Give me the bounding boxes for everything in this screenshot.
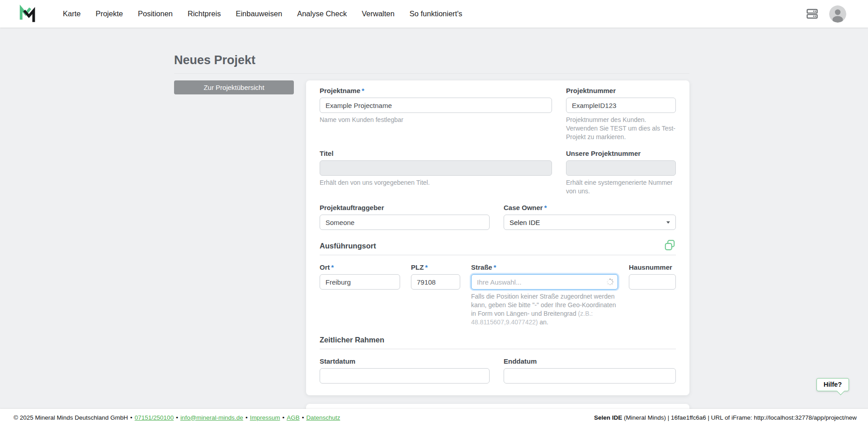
field-startdatum: Startdatum bbox=[320, 357, 490, 384]
projektnummer-label: Projektnummer bbox=[566, 87, 676, 94]
projektname-input[interactable] bbox=[320, 98, 552, 113]
required-asterisk: * bbox=[425, 263, 428, 271]
mineral-minds-logo[interactable] bbox=[18, 4, 37, 24]
plz-label: PLZ* bbox=[411, 263, 460, 271]
projektname-helper: Name vom Kunden festlegbar bbox=[320, 116, 552, 124]
nav-item-analyse-check[interactable]: Analyse Check bbox=[297, 9, 347, 18]
ort-input[interactable] bbox=[320, 274, 400, 290]
field-ort: Ort* bbox=[320, 263, 400, 327]
copy-address-button[interactable] bbox=[664, 239, 676, 251]
required-asterisk: * bbox=[544, 204, 547, 211]
page-body: Neues Projekt Zur Projektübersicht Proje… bbox=[0, 28, 868, 409]
user-avatar[interactable] bbox=[829, 5, 846, 23]
field-unsere-projektnummer: Unsere Projektnummer Erhält eine systemg… bbox=[566, 150, 676, 196]
help-button[interactable]: Hilfe? bbox=[816, 378, 849, 391]
strasse-helper: Falls die Position keiner Straße zugeord… bbox=[471, 292, 618, 327]
case-owner-selected-value: Selen IDE bbox=[509, 219, 540, 226]
footer-datenschutz-link[interactable]: Datenschutz bbox=[306, 414, 340, 421]
top-navigation-bar: Karte Projekte Positionen Richtpreis Ein… bbox=[0, 0, 868, 28]
main-menu: Karte Projekte Positionen Richtpreis Ein… bbox=[63, 9, 462, 18]
section-ausfuehrungsort: Ausführungsort bbox=[320, 239, 676, 255]
startdatum-label: Startdatum bbox=[320, 357, 490, 365]
footer-phone-link[interactable]: 07151/250100 bbox=[135, 414, 174, 421]
server-icon[interactable] bbox=[806, 8, 818, 20]
projektauftraggeber-input[interactable] bbox=[320, 215, 490, 230]
section-zeitlicher-rahmen-title: Zeitlicher Rahmen bbox=[320, 336, 384, 344]
hausnummer-label: Hausnummer bbox=[629, 263, 676, 271]
strasse-label: Straße* bbox=[471, 263, 618, 271]
case-owner-select[interactable]: Selen IDE bbox=[504, 215, 676, 230]
section-ausfuehrungsort-title: Ausführungsort bbox=[320, 242, 376, 250]
titel-label: Titel bbox=[320, 150, 552, 157]
footer-email-link[interactable]: info@mineral-minds.de bbox=[180, 414, 243, 421]
logo-mark-icon bbox=[18, 4, 37, 24]
footer-left: © 2025 Mineral Minds Deutschland GmbH071… bbox=[14, 414, 340, 421]
copy-icon bbox=[664, 239, 676, 251]
field-enddatum: Enddatum bbox=[504, 357, 676, 384]
page-title: Neues Projekt bbox=[174, 53, 689, 74]
hausnummer-input[interactable] bbox=[629, 274, 676, 290]
enddatum-label: Enddatum bbox=[504, 357, 676, 365]
footer-impressum-link[interactable]: Impressum bbox=[250, 414, 280, 421]
plz-input[interactable] bbox=[411, 274, 460, 290]
field-projektname: Projektname* Name vom Kunden festlegbar bbox=[320, 87, 552, 141]
field-hausnummer: Hausnummer bbox=[629, 263, 676, 327]
startdatum-input[interactable] bbox=[320, 368, 490, 384]
footer-status-text: Selen IDE (Mineral Minds) | 16fae1ffc6a6… bbox=[594, 414, 857, 421]
unsere-projektnummer-label: Unsere Projektnummer bbox=[566, 150, 676, 157]
required-asterisk: * bbox=[362, 87, 364, 94]
field-case-owner: Case Owner* Selen IDE bbox=[504, 204, 676, 230]
nav-item-einbauweisen[interactable]: Einbauweisen bbox=[236, 9, 282, 18]
titel-input bbox=[320, 160, 552, 176]
strasse-input[interactable] bbox=[471, 274, 618, 290]
unsere-projektnummer-helper: Erhält eine systemgenerierte Nummer von … bbox=[566, 178, 676, 196]
nav-item-positionen[interactable]: Positionen bbox=[138, 9, 173, 18]
field-projektnummer: Projektnummer Projektnummer des Kunden. … bbox=[566, 87, 676, 141]
project-overview-button[interactable]: Zur Projektübersicht bbox=[174, 80, 294, 94]
nav-right-actions bbox=[806, 5, 846, 23]
nav-item-projekte[interactable]: Projekte bbox=[95, 9, 123, 18]
field-strasse: Straße* bbox=[471, 263, 618, 327]
chevron-down-icon bbox=[666, 221, 670, 224]
nav-item-verwalten[interactable]: Verwalten bbox=[362, 9, 394, 18]
enddatum-input[interactable] bbox=[504, 368, 676, 384]
footer-bar: © 2025 Mineral Minds Deutschland GmbH071… bbox=[0, 409, 868, 426]
nav-item-richtpreis[interactable]: Richtpreis bbox=[188, 9, 221, 18]
titel-helper: Erhält den von uns vorgegebenen Titel. bbox=[320, 178, 552, 187]
required-asterisk: * bbox=[494, 263, 496, 271]
avatar-icon bbox=[829, 5, 846, 23]
footer-session-info: (Mineral Minds) | 16fae1ffc6a6 | URL of … bbox=[622, 414, 857, 421]
required-asterisk: * bbox=[331, 263, 334, 271]
projektnummer-input[interactable] bbox=[566, 98, 676, 113]
case-owner-label: Case Owner* bbox=[504, 204, 676, 211]
projektnummer-helper: Projektnummer des Kunden. Verwenden Sie … bbox=[566, 116, 676, 141]
projektname-label: Projektname* bbox=[320, 87, 552, 94]
left-action-column: Zur Projektübersicht bbox=[174, 80, 294, 94]
field-projektauftraggeber: Projektauftraggeber bbox=[320, 204, 490, 230]
next-form-card-partial bbox=[306, 404, 689, 409]
nav-item-so-funktionierts[interactable]: So funktioniert's bbox=[410, 9, 462, 18]
projektauftraggeber-label: Projektauftraggeber bbox=[320, 204, 490, 211]
field-titel: Titel Erhält den von uns vorgegebenen Ti… bbox=[320, 150, 552, 196]
unsere-projektnummer-input bbox=[566, 160, 676, 176]
section-zeitlicher-rahmen: Zeitlicher Rahmen bbox=[320, 336, 676, 349]
nav-item-karte[interactable]: Karte bbox=[63, 9, 80, 18]
new-project-form-card: Projektname* Name vom Kunden festlegbar … bbox=[306, 80, 689, 395]
field-plz: PLZ* bbox=[411, 263, 460, 327]
footer-copyright: © 2025 Mineral Minds Deutschland GmbH bbox=[14, 414, 128, 421]
footer-user-name: Selen IDE bbox=[594, 414, 622, 421]
spinner-icon bbox=[606, 278, 614, 286]
footer-agb-link[interactable]: AGB bbox=[287, 414, 300, 421]
ort-label: Ort* bbox=[320, 263, 400, 271]
